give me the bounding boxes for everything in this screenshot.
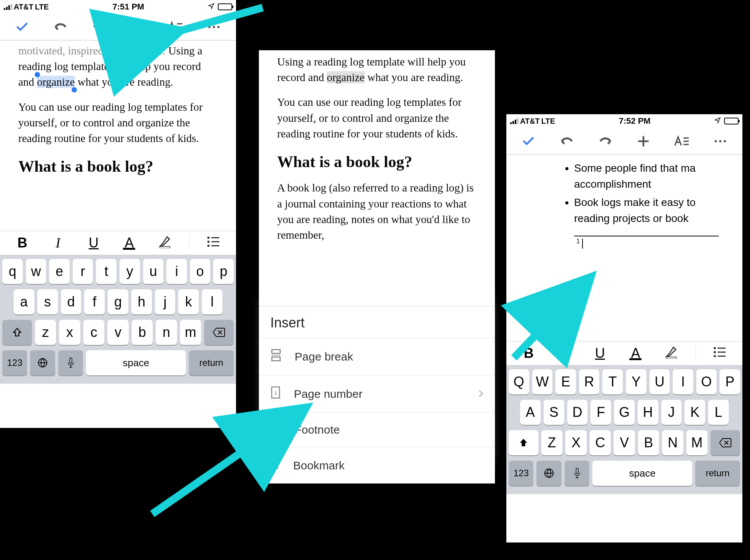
key-r[interactable]: R (579, 369, 600, 394)
key-h[interactable]: h (131, 289, 152, 314)
text-format-button[interactable] (166, 20, 185, 34)
key-k[interactable]: K (685, 400, 705, 425)
key-r[interactable]: r (73, 259, 93, 284)
key-c[interactable]: C (590, 430, 611, 455)
shift-key[interactable] (509, 430, 538, 455)
done-button[interactable] (519, 134, 538, 148)
key-n[interactable]: n (156, 320, 177, 345)
key-x[interactable]: X (565, 430, 587, 455)
key-u[interactable]: u (143, 259, 164, 284)
key-e[interactable]: e (49, 259, 70, 284)
shift-key[interactable] (2, 320, 32, 345)
key-h[interactable]: H (638, 400, 658, 425)
return-key[interactable]: return (695, 461, 740, 486)
key-j[interactable]: j (155, 289, 176, 314)
key-g[interactable]: g (108, 289, 128, 314)
globe-key[interactable] (30, 350, 55, 375)
key-g[interactable]: G (614, 400, 635, 425)
bold-button[interactable]: B (517, 345, 540, 361)
space-key[interactable]: space (86, 350, 186, 375)
more-button[interactable] (711, 139, 730, 143)
numbers-key[interactable]: 123 (509, 461, 533, 486)
key-x[interactable]: x (59, 320, 80, 345)
key-f[interactable]: f (84, 289, 105, 314)
key-j[interactable]: J (661, 400, 682, 425)
key-m[interactable]: m (180, 320, 201, 345)
key-d[interactable]: d (61, 289, 81, 314)
space-key[interactable]: space (592, 461, 692, 486)
insert-button[interactable] (634, 134, 653, 148)
backspace-key[interactable] (204, 320, 234, 345)
insert-page-number[interactable]: 1 Page number (259, 375, 495, 412)
backspace-key[interactable] (710, 430, 740, 455)
key-a[interactable]: a (14, 289, 34, 314)
key-w[interactable]: W (532, 369, 553, 394)
key-t[interactable]: T (602, 369, 623, 394)
selected-word[interactable]: organize (37, 76, 75, 88)
key-b[interactable]: b (132, 320, 153, 345)
key-o[interactable]: o (190, 259, 211, 284)
key-u[interactable]: U (649, 369, 670, 394)
more-button[interactable] (204, 25, 223, 29)
bold-button[interactable]: B (11, 235, 34, 251)
document-body[interactable]: motivated, inspired and organize. Using … (0, 40, 236, 231)
key-k[interactable]: k (178, 289, 199, 314)
key-d[interactable]: D (567, 400, 588, 425)
insert-bookmark[interactable]: Bookmark (259, 447, 495, 483)
undo-button[interactable] (557, 136, 576, 147)
highlight-button[interactable] (660, 345, 683, 362)
return-key[interactable]: return (189, 350, 234, 375)
key-s[interactable]: S (544, 400, 564, 425)
key-z[interactable]: z (35, 320, 56, 345)
underline-button[interactable]: U (82, 235, 105, 251)
list-button[interactable] (202, 235, 225, 251)
key-b[interactable]: B (638, 430, 659, 455)
key-l[interactable]: l (202, 289, 222, 314)
text-format-button[interactable] (672, 134, 691, 148)
key-o[interactable]: O (696, 369, 717, 394)
key-v[interactable]: V (614, 430, 635, 455)
key-z[interactable]: Z (541, 430, 563, 455)
insert-footnote[interactable]: Footnote (259, 412, 495, 447)
key-q[interactable]: q (2, 259, 23, 284)
redo-button[interactable] (596, 136, 615, 147)
redo-button[interactable] (89, 21, 109, 33)
key-s[interactable]: s (37, 289, 58, 314)
key-l[interactable]: L (708, 400, 729, 425)
italic-button[interactable]: I (553, 345, 576, 361)
key-t[interactable]: t (96, 259, 116, 284)
key-p[interactable]: p (213, 259, 234, 284)
underline-button[interactable]: U (589, 345, 611, 361)
footnote-input[interactable]: 1 (574, 239, 742, 249)
key-y[interactable]: Y (626, 369, 646, 394)
key-w[interactable]: w (26, 259, 46, 284)
insert-button[interactable] (128, 20, 147, 34)
numbers-key[interactable]: 123 (2, 350, 27, 375)
globe-key[interactable] (536, 461, 561, 486)
key-v[interactable]: v (107, 320, 129, 345)
key-i[interactable]: I (673, 369, 693, 394)
key-n[interactable]: N (662, 430, 683, 455)
document-body[interactable]: Using a reading log template will help y… (259, 50, 495, 286)
insert-page-break[interactable]: Page break (259, 338, 495, 375)
undo-button[interactable] (51, 21, 70, 33)
mic-key[interactable] (58, 350, 83, 375)
highlight-button[interactable] (153, 235, 176, 252)
done-button[interactable] (13, 20, 32, 34)
key-i[interactable]: i (166, 259, 187, 284)
key-m[interactable]: M (686, 430, 708, 455)
key-f[interactable]: F (590, 400, 611, 425)
key-a[interactable]: A (520, 400, 541, 425)
text-color-button[interactable]: A (624, 345, 647, 361)
key-e[interactable]: E (555, 369, 576, 394)
key-p[interactable]: P (720, 369, 740, 394)
mic-key[interactable] (565, 461, 589, 486)
document-body[interactable]: Some people find that maaccomplishment B… (506, 155, 742, 341)
key-c[interactable]: c (83, 320, 105, 345)
italic-button[interactable]: I (46, 235, 69, 251)
key-y[interactable]: y (120, 259, 140, 284)
key-q[interactable]: Q (509, 369, 529, 394)
list-button[interactable] (709, 345, 731, 361)
doc-heading: What is a book log? (18, 155, 218, 178)
text-color-button[interactable]: A (118, 235, 140, 251)
